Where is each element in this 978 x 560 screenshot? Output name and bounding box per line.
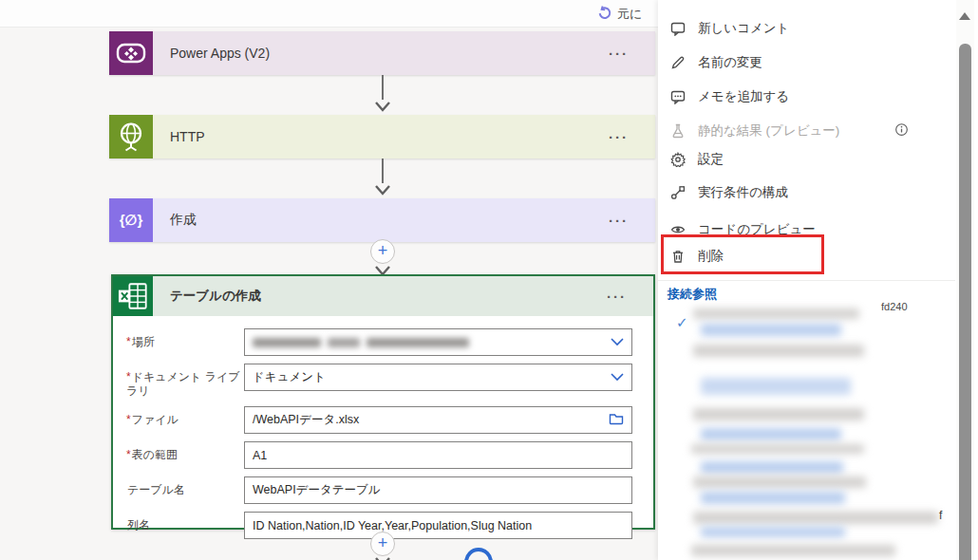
insert-step-button[interactable]: + (370, 532, 395, 556)
field-row-location: *場所 (126, 328, 632, 356)
menu-item-configure-run-after[interactable]: 実行条件の構成 (658, 177, 952, 209)
menu-item-label: メモを追加する (698, 88, 789, 105)
menu-item-label: 静的な結果 (プレビュー) (698, 122, 839, 140)
menu-item-label: 設定 (698, 151, 724, 168)
http-globe-icon (109, 115, 153, 159)
chevron-down-icon[interactable] (611, 336, 624, 349)
menu-item-new-comment[interactable]: 新しいコメント (658, 12, 952, 45)
card-title: HTTP (170, 129, 205, 144)
undo-label: 元に (617, 6, 642, 23)
column-names-input[interactable]: ID Nation,Nation,ID Year,Year,Population… (244, 512, 632, 539)
required-mark: * (126, 335, 131, 348)
redacted-connection-link[interactable] (701, 428, 841, 440)
card-http[interactable]: HTTP ··· (109, 115, 655, 159)
field-label: 表の範囲 (132, 448, 178, 461)
redacted-value (367, 338, 469, 347)
field-label: ファイル (132, 413, 179, 426)
comment-icon (669, 21, 686, 36)
table-name-input[interactable]: WebAPIデータテーブル (244, 476, 632, 504)
field-value: ID Nation,Nation,ID Year,Year,Population… (253, 519, 532, 532)
note-icon (669, 89, 686, 104)
chevron-down-icon[interactable] (611, 371, 624, 384)
redacted-connection-link[interactable] (701, 378, 851, 395)
card-power-apps[interactable]: Power Apps (V2) ··· (109, 31, 655, 75)
folder-picker-icon[interactable] (609, 412, 624, 428)
excel-card-form: *場所 *ドキュメント ライブラリ ドキュメント (113, 316, 653, 539)
gear-icon (669, 152, 686, 167)
connector-line (382, 75, 384, 100)
redacted-connection-row[interactable] (693, 512, 938, 524)
menu-item-static-result: 静的な結果 (プレビュー) (658, 115, 952, 147)
redacted-connection-row[interactable] (691, 545, 895, 556)
redacted-connection-row[interactable] (691, 444, 864, 454)
card-menu-button[interactable]: ··· (607, 289, 627, 305)
redacted-connection-row[interactable] (693, 408, 864, 420)
scrollbar-thumb[interactable] (959, 44, 971, 560)
redacted-value (253, 338, 321, 347)
redacted-connection-row[interactable] (693, 345, 864, 357)
required-mark: * (126, 448, 131, 461)
redacted-connection-row[interactable] (693, 476, 866, 488)
field-row-file: *ファイル /WebAPIデータ.xlsx (126, 406, 632, 434)
redacted-connection-link[interactable] (701, 324, 841, 336)
menu-divider (658, 280, 955, 281)
undo-icon (595, 5, 611, 24)
field-value: /WebAPIデータ.xlsx (253, 412, 359, 428)
card-create-table[interactable]: テーブルの作成 ··· *場所 *ドキュメント ライブラリ (111, 274, 655, 530)
redacted-connection-link[interactable] (701, 461, 843, 474)
location-dropdown[interactable] (244, 328, 632, 356)
redacted-connection-link[interactable] (701, 527, 845, 537)
context-menu: 新しいコメント 名前の変更 メモを追加する 静的な結果 (プレビュー) (658, 0, 978, 560)
menu-item-label: 名前の変更 (698, 54, 762, 71)
menu-item-settings[interactable]: 設定 (658, 143, 952, 176)
insert-step-button[interactable]: + (370, 239, 395, 264)
field-label: 列名 (127, 518, 150, 532)
card-menu-button[interactable]: ··· (609, 213, 629, 229)
file-input[interactable]: /WebAPIデータ.xlsx (244, 406, 632, 434)
connector-line (382, 159, 384, 183)
scrollbar-up-icon[interactable] (959, 12, 970, 20)
field-label: テーブル名 (127, 483, 185, 496)
field-value: ドキュメント (253, 369, 326, 385)
field-label: ドキュメント ライブラリ (126, 370, 240, 398)
field-value: WebAPIデータテーブル (253, 482, 381, 498)
run-after-icon (669, 185, 686, 200)
excel-icon (113, 276, 153, 316)
info-icon[interactable] (894, 122, 909, 140)
connector-arrow-icon (374, 555, 391, 560)
field-row-table-name: テーブル名 WebAPIデータテーブル (126, 476, 632, 504)
compose-braces-icon: {∅} (109, 198, 153, 242)
power-apps-icon (109, 31, 153, 75)
menu-item-rename[interactable]: 名前の変更 (658, 47, 952, 79)
undo-button[interactable]: 元に (595, 4, 642, 25)
flask-icon (669, 123, 686, 139)
required-mark: * (126, 370, 131, 383)
redacted-value (328, 338, 360, 347)
field-label: 場所 (132, 335, 155, 348)
document-library-dropdown[interactable]: ドキュメント (244, 364, 632, 391)
required-mark: * (126, 413, 131, 426)
checkmark-icon: ✓ (676, 314, 688, 331)
connection-id-suffix: fd240 (881, 301, 908, 312)
card-title: 作成 (170, 212, 197, 229)
redacted-connection-link[interactable] (701, 492, 845, 504)
menu-item-label: 新しいコメント (698, 20, 789, 37)
stray-text: f (939, 509, 942, 522)
card-compose[interactable]: {∅} 作成 ··· (109, 198, 655, 242)
card-menu-button[interactable]: ··· (609, 46, 629, 62)
spinner-circle (464, 548, 493, 560)
card-title: テーブルの作成 (170, 288, 261, 305)
redacted-connection-row[interactable] (693, 308, 859, 319)
field-value: A1 (253, 449, 267, 462)
scrollbar[interactable] (956, 0, 974, 560)
menu-item-add-note[interactable]: メモを追加する (658, 81, 952, 113)
pencil-icon (669, 55, 686, 70)
field-row-document-library: *ドキュメント ライブラリ ドキュメント (126, 364, 632, 399)
card-title: Power Apps (V2) (170, 46, 270, 61)
flow-designer: 元に Power Apps (V2) ··· H (0, 0, 978, 560)
table-range-input[interactable]: A1 (244, 441, 632, 469)
connection-references-header: 接続参照 (668, 286, 717, 303)
card-menu-button[interactable]: ··· (609, 129, 629, 145)
menu-item-label: 実行条件の構成 (698, 184, 788, 201)
excel-card-header[interactable]: テーブルの作成 ··· (113, 276, 653, 316)
